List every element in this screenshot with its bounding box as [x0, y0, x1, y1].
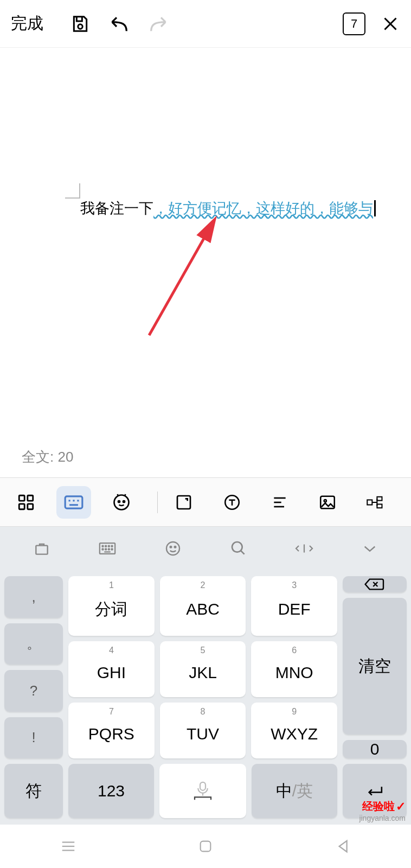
nav-home-button[interactable]: [178, 833, 233, 860]
key-5-jkl[interactable]: 5JKL: [160, 641, 246, 697]
navigation-bar: [0, 825, 411, 868]
svg-point-29: [102, 545, 103, 546]
key-3-def[interactable]: 3DEF: [251, 576, 337, 636]
align-button[interactable]: [262, 486, 297, 519]
svg-point-21: [324, 500, 326, 502]
key-zero[interactable]: 0: [343, 740, 407, 758]
save-icon: [69, 13, 91, 35]
key-9-wxyz[interactable]: 9WXYZ: [251, 703, 337, 758]
clipboard-button[interactable]: [25, 535, 58, 562]
text-highlighted: ，好方便记忆，这样好的，能够与: [153, 199, 373, 218]
chevron-down-icon: [362, 543, 377, 554]
image-button[interactable]: [310, 486, 345, 519]
svg-point-0: [78, 24, 82, 28]
svg-point-40: [174, 546, 176, 548]
fullscreen-button[interactable]: [166, 486, 201, 519]
ai-button[interactable]: [104, 486, 139, 519]
briefcase-icon: [33, 540, 50, 557]
cursor-move-icon: [293, 541, 315, 556]
key-backspace[interactable]: [343, 576, 407, 592]
undo-button[interactable]: [108, 13, 130, 35]
svg-point-32: [111, 545, 112, 546]
keyboard-main: 1分词 2ABC 3DEF 4GHI 5JKL 6MNO 7PQRS 8TUV …: [68, 576, 337, 758]
svg-point-31: [108, 545, 109, 546]
top-toolbar: 完成 7: [0, 0, 411, 48]
input-toolbar: [0, 526, 411, 570]
key-comma[interactable]: ,: [4, 576, 63, 618]
key-symbol[interactable]: 符: [4, 764, 63, 818]
apps-button[interactable]: [9, 486, 43, 519]
more-button[interactable]: [358, 486, 393, 519]
document-area[interactable]: 我备注一下，好方便记忆，这样好的，能够与 全文: 20: [0, 48, 411, 477]
watermark-brand: 经验啦: [362, 799, 395, 814]
enter-icon: [365, 783, 384, 799]
redo-icon: [147, 13, 169, 35]
key-exclaim[interactable]: !: [4, 717, 63, 759]
align-left-icon: [271, 494, 288, 511]
emoji-button[interactable]: [157, 535, 189, 562]
sitemap-icon: [366, 496, 384, 509]
nav-back-button[interactable]: [316, 833, 370, 860]
redo-button[interactable]: [147, 13, 169, 35]
keyboard: , 。 ? ! 1分词 2ABC 3DEF 4GHI 5JKL 6MNO 7PQ…: [0, 570, 411, 825]
svg-rect-49: [201, 841, 211, 852]
keyboard-settings-button[interactable]: [91, 535, 124, 562]
svg-rect-44: [200, 782, 206, 790]
format-toolbar: [0, 477, 411, 526]
svg-rect-26: [377, 504, 382, 508]
svg-rect-6: [28, 503, 33, 509]
svg-point-39: [170, 546, 171, 548]
key-language[interactable]: 中/英: [252, 764, 337, 818]
svg-rect-5: [19, 503, 24, 509]
paragraph-bracket: [65, 183, 80, 199]
collapse-button[interactable]: [354, 535, 386, 562]
watermark: 经验啦 ✓ jingyanla.com: [359, 799, 406, 822]
key-4-ghi[interactable]: 4GHI: [68, 641, 155, 697]
nav-menu-button[interactable]: [41, 833, 95, 860]
key-8-tuv[interactable]: 8TUV: [160, 703, 246, 758]
text-cursor: [374, 200, 376, 216]
svg-rect-20: [320, 496, 335, 508]
keyboard-icon: [63, 494, 84, 510]
svg-line-42: [241, 551, 245, 554]
watermark-url: jingyanla.com: [359, 814, 406, 822]
key-7-pqrs[interactable]: 7PQRS: [68, 703, 155, 758]
close-button[interactable]: [381, 14, 400, 34]
keyboard-small-icon: [98, 541, 117, 556]
save-button[interactable]: [69, 13, 91, 35]
key-question[interactable]: ?: [4, 670, 63, 712]
key-6-mno[interactable]: 6MNO: [251, 641, 337, 697]
key-1-fenci[interactable]: 1分词: [68, 576, 155, 636]
svg-point-38: [166, 542, 179, 555]
svg-rect-3: [19, 495, 24, 501]
text-normal: 我备注一下: [80, 199, 153, 218]
watermark-check-icon: ✓: [396, 800, 406, 814]
expand-icon: [175, 494, 192, 511]
svg-point-35: [108, 548, 109, 550]
robot-icon: [112, 493, 131, 512]
text-style-button[interactable]: [214, 486, 249, 519]
text-line[interactable]: 我备注一下，好方便记忆，这样好的，能够与: [80, 199, 376, 218]
key-space[interactable]: [159, 764, 246, 818]
back-triangle-icon: [336, 839, 349, 854]
svg-point-14: [123, 501, 125, 502]
cursor-move-button[interactable]: [288, 535, 320, 562]
keyboard-toggle-button[interactable]: [56, 486, 91, 519]
key-period[interactable]: 。: [4, 623, 63, 665]
key-clear[interactable]: 清空: [343, 598, 407, 735]
svg-rect-27: [36, 545, 47, 554]
search-button[interactable]: [222, 535, 255, 562]
smile-icon: [164, 540, 182, 557]
svg-point-41: [232, 542, 242, 552]
arrow-annotation: [138, 216, 225, 341]
done-button[interactable]: 完成: [11, 12, 43, 35]
svg-line-2: [149, 220, 214, 335]
key-2-abc[interactable]: 2ABC: [160, 576, 246, 636]
key-numeric[interactable]: 123: [68, 764, 154, 818]
search-icon: [230, 540, 247, 557]
word-count-label: 全文: 20: [22, 448, 73, 467]
close-icon: [381, 14, 400, 34]
page-number-box[interactable]: 7: [343, 12, 365, 35]
mic-space-icon: [189, 780, 216, 802]
backspace-icon: [364, 576, 386, 592]
